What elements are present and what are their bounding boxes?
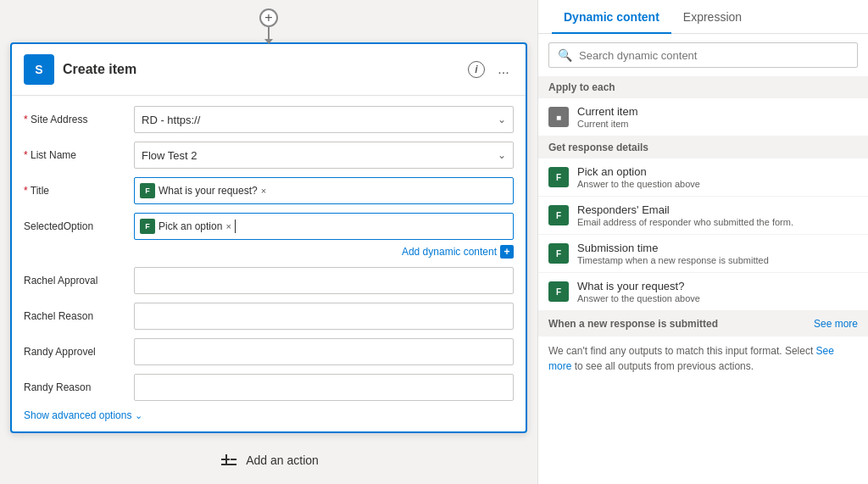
- title-tag: F What is your request? ×: [140, 183, 266, 198]
- section-get-response: Get response details: [538, 136, 868, 159]
- dynamic-item-title-1: Responders' Email: [577, 203, 858, 216]
- dynamic-item-desc-1: Email address of responder who submitted…: [577, 217, 858, 227]
- randy-reason-row: Randy Reason: [24, 374, 514, 401]
- search-box[interactable]: 🔍: [548, 42, 858, 68]
- dynamic-item-icon-3: F: [548, 281, 569, 302]
- randy-approvel-row: Randy Approvel: [24, 338, 514, 365]
- sharepoint-icon: S: [24, 54, 54, 85]
- randy-approvel-input[interactable]: [134, 338, 514, 365]
- left-panel: + S Create item i ...: [0, 0, 537, 484]
- tab-dynamic-content[interactable]: Dynamic content: [552, 0, 671, 34]
- search-input[interactable]: [579, 49, 849, 62]
- current-item-desc: Current item: [577, 119, 858, 129]
- tab-expression[interactable]: Expression: [671, 0, 754, 34]
- current-item-title: Current item: [577, 105, 858, 118]
- search-icon: 🔍: [558, 48, 572, 62]
- dynamic-content-list: Apply to each ■ Current item Current ite…: [538, 76, 868, 484]
- randy-reason-label: Randy Reason: [24, 381, 134, 393]
- dynamic-item-title-0: Pick an option: [577, 165, 858, 178]
- card-header-actions: i ...: [468, 59, 514, 80]
- current-item-icon: ■: [548, 107, 569, 127]
- title-tag-icon: F: [140, 183, 155, 198]
- title-tag-text: What is your request?: [159, 185, 258, 197]
- plus-icon: +: [264, 11, 272, 25]
- add-dynamic-label: Add dynamic content: [402, 246, 497, 258]
- dynamic-item-content-0: Pick an option Answer to the question ab…: [577, 165, 858, 189]
- add-dynamic-content-button[interactable]: Add dynamic content +: [402, 245, 514, 259]
- add-action-container[interactable]: Add an action: [219, 450, 319, 470]
- site-address-dropdown[interactable]: RD - https:// ⌄: [134, 106, 514, 133]
- randy-approvel-label: Randy Approvel: [24, 346, 134, 358]
- list-name-chevron: ⌄: [498, 149, 506, 161]
- site-address-label: * Site Address: [24, 114, 134, 125]
- add-action-icon: [219, 450, 239, 470]
- add-action-label: Add an action: [246, 453, 319, 467]
- see-more-section: When a new response is submitted See mor…: [538, 311, 868, 337]
- title-row: * Title F What is your request? ×: [24, 177, 514, 204]
- add-step-circle[interactable]: +: [259, 8, 278, 27]
- selected-option-input[interactable]: F Pick an option ×: [134, 213, 514, 240]
- more-options-button[interactable]: ...: [493, 59, 514, 80]
- dynamic-item-desc-3: Answer to the question above: [577, 293, 858, 303]
- dynamic-item-desc-0: Answer to the question above: [577, 179, 858, 189]
- rachel-approval-label: Rachel Approval: [24, 275, 134, 287]
- current-item-content: Current item Current item: [577, 105, 858, 129]
- advanced-options-row: Show advanced options ⌄: [24, 409, 514, 421]
- dynamic-item-current[interactable]: ■ Current item Current item: [538, 98, 868, 136]
- dynamic-item-title-2: Submission time: [577, 242, 858, 254]
- dynamic-item-content-3: What is your request? Answer to the ques…: [577, 280, 858, 303]
- svg-rect-2: [231, 459, 236, 460]
- dynamic-item-title-3: What is your request?: [577, 280, 858, 292]
- card-body: * Site Address RD - https:// ⌄ * List Na…: [12, 96, 526, 431]
- list-name-value: Flow Test 2: [142, 149, 198, 162]
- add-dynamic-plus-icon: +: [500, 245, 514, 259]
- dynamic-item-desc-2: Timestamp when a new response is submitt…: [577, 255, 858, 265]
- see-more-link[interactable]: See more: [814, 318, 858, 330]
- info-icon[interactable]: i: [468, 61, 485, 78]
- connector-arrow: [268, 27, 270, 39]
- selected-option-row: SelectedOption F Pick an option ×: [24, 213, 514, 240]
- bottom-notice-prefix: We can't find any outputs to match this …: [548, 345, 816, 357]
- section-when-new: When a new response is submitted: [548, 318, 718, 330]
- svg-rect-1: [225, 454, 227, 465]
- rachel-reason-label: Rachel Reason: [24, 310, 134, 322]
- create-item-card: S Create item i ... * Site Address RD -: [10, 42, 527, 433]
- selected-option-tag-text: Pick an option: [159, 220, 222, 232]
- title-tag-remove[interactable]: ×: [261, 186, 266, 196]
- title-label: * Title: [24, 185, 134, 197]
- bottom-notice-suffix: to see all outputs from previous actions…: [571, 360, 754, 372]
- selected-option-tag-remove[interactable]: ×: [225, 221, 231, 231]
- list-name-label: * List Name: [24, 149, 134, 161]
- section-apply-to-each: Apply to each: [538, 76, 868, 98]
- add-dynamic-row: Add dynamic content +: [24, 245, 514, 259]
- dynamic-item-3[interactable]: F What is your request? Answer to the qu…: [538, 273, 868, 311]
- dynamic-item-1[interactable]: F Responders' Email Email address of res…: [538, 197, 868, 235]
- svg-rect-3: [221, 464, 236, 465]
- selected-option-tag: F Pick an option ×: [140, 219, 231, 234]
- dynamic-item-content-1: Responders' Email Email address of respo…: [577, 203, 858, 227]
- tabs-container: Dynamic content Expression: [538, 0, 868, 34]
- chevron-down-icon: ⌄: [135, 410, 142, 421]
- site-address-value: RD - https://: [142, 114, 200, 126]
- dynamic-item-content-2: Submission time Timestamp when a new res…: [577, 242, 858, 265]
- rachel-approval-row: Rachel Approval: [24, 267, 514, 294]
- rachel-reason-input[interactable]: [134, 303, 514, 330]
- card-title: Create item: [63, 62, 459, 77]
- title-input[interactable]: F What is your request? ×: [134, 177, 514, 204]
- bottom-notice: We can't find any outputs to match this …: [538, 337, 868, 381]
- list-name-dropdown[interactable]: Flow Test 2 ⌄: [134, 142, 514, 169]
- dynamic-item-2[interactable]: F Submission time Timestamp when a new r…: [538, 235, 868, 273]
- rachel-reason-row: Rachel Reason: [24, 303, 514, 330]
- text-cursor: [235, 220, 236, 233]
- show-advanced-button[interactable]: Show advanced options ⌄: [24, 409, 514, 421]
- dynamic-item-icon-0: F: [548, 167, 569, 187]
- list-name-row: * List Name Flow Test 2 ⌄: [24, 142, 514, 169]
- dynamic-item-icon-2: F: [548, 243, 569, 264]
- randy-reason-input[interactable]: [134, 374, 514, 401]
- dynamic-item-icon-1: F: [548, 205, 569, 225]
- selected-option-tag-icon: F: [140, 219, 155, 234]
- rachel-approval-input[interactable]: [134, 267, 514, 294]
- show-advanced-label: Show advanced options: [24, 409, 131, 421]
- site-address-chevron: ⌄: [498, 114, 506, 125]
- dynamic-item-0[interactable]: F Pick an option Answer to the question …: [538, 159, 868, 197]
